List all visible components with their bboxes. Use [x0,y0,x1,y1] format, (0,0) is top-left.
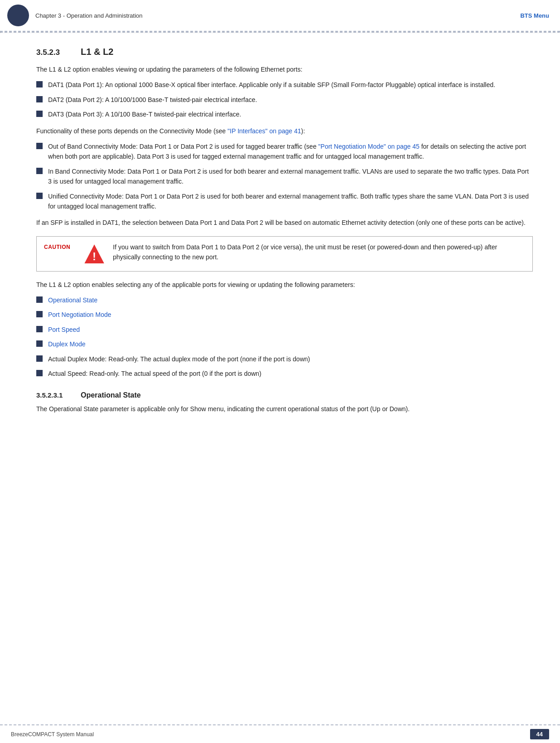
bullet-icon [36,370,43,376]
page-footer: BreezeCOMPACT System Manual 44 [0,724,560,743]
bullet-icon [36,355,43,362]
bullet-icon [36,326,43,332]
connectivity-list: Out of Band Connectivity Mode: Data Port… [36,141,533,211]
list-item: DAT2 (Data Port 2): A 10/100/1000 Base-T… [36,95,533,105]
header-left: Chapter 3 - Operation and Administration [7,5,142,26]
list-item: In Band Connectivity Mode: Data Port 1 o… [36,166,533,187]
bullet-icon [36,193,43,199]
connectivity-intro: Functionality of these ports depends on … [36,126,533,136]
caution-header: CAUTION ! If you want to switch from Dat… [37,237,532,271]
section-title: L1 & L2 [81,47,113,57]
param-port-negotiation-mode: Port Negotiation Mode [48,310,533,320]
param-actual-duplex: Actual Duplex Mode: Read-only. The actua… [48,354,533,364]
port-speed-link[interactable]: Port Speed [48,326,80,333]
param-actual-speed: Actual Speed: Read-only. The actual spee… [48,369,533,379]
duplex-mode-link[interactable]: Duplex Mode [48,340,86,348]
caution-box: CAUTION ! If you want to switch from Dat… [36,236,533,272]
section-intro: The L1 & L2 option enables viewing or up… [36,64,533,74]
port-negotiation-mode-link[interactable]: "Port Negotiation Mode" on page 45 [318,143,419,150]
subsection-title-1: Operational State [81,391,141,399]
subsection-heading-1: 3.5.2.3.1 Operational State [36,391,533,399]
bullet-icon [36,168,43,174]
list-item: DAT1 (Data Port 1): An optional 1000 Bas… [36,80,533,90]
port-negotiation-mode-param-link[interactable]: Port Negotiation Mode [48,311,111,318]
list-item: Operational State [36,295,533,305]
header-section-label: BTS Menu [520,12,549,19]
port-item-2: DAT2 (Data Port 2): A 10/100/1000 Base-T… [48,95,533,105]
list-item: Duplex Mode [36,339,533,349]
list-item: Unified Connectivity Mode: Data Port 1 o… [36,191,533,212]
port-item-3: DAT3 (Data Port 3): A 10/100 Base-T twis… [48,109,533,119]
caution-label: CAUTION [44,242,76,250]
connectivity-item-1: Out of Band Connectivity Mode: Data Port… [48,141,533,162]
chapter-circle [7,5,29,26]
list-item: Port Speed [36,325,533,335]
list-item: Actual Speed: Read-only. The actual spee… [36,369,533,379]
section-number: 3.5.2.3 [36,48,73,57]
caution-text: If you want to switch from Data Port 1 t… [113,242,525,262]
bullet-icon [36,311,43,317]
warning-triangle-icon: ! [83,243,106,266]
list-item: Port Negotiation Mode [36,310,533,320]
bullet-icon [36,296,43,303]
connectivity-item-2: In Band Connectivity Mode: Data Port 1 o… [48,166,533,187]
params-list: Operational State Port Negotiation Mode … [36,295,533,379]
bullet-icon [36,81,43,87]
connectivity-item-3: Unified Connectivity Mode: Data Port 1 o… [48,191,533,212]
ports-list: DAT1 (Data Port 1): An optional 1000 Bas… [36,80,533,119]
chapter-title: Chapter 3 - Operation and Administration [35,12,142,19]
bullet-icon [36,340,43,347]
footer-page-number: 44 [530,729,549,739]
params-intro: The L1 & L2 option enables selecting any… [36,280,533,290]
section-heading: 3.5.2.3 L1 & L2 [36,47,533,57]
list-item: Actual Duplex Mode: Read-only. The actua… [36,354,533,364]
port-item-1: DAT1 (Data Port 1): An optional 1000 Bas… [48,80,533,90]
param-duplex-mode: Duplex Mode [48,339,533,349]
subsection-1-text: The Operational State parameter is appli… [36,404,533,414]
caution-icon: ! [83,242,106,266]
subsection-number-1: 3.5.2.3.1 [36,391,73,399]
main-content: 3.5.2.3 L1 & L2 The L1 & L2 option enabl… [0,33,560,433]
param-port-speed: Port Speed [48,325,533,335]
svg-text:!: ! [93,251,96,262]
ip-interfaces-link[interactable]: "IP Interfaces" on page 41 [228,127,301,135]
page-header: Chapter 3 - Operation and Administration… [0,0,560,32]
list-item: Out of Band Connectivity Mode: Data Port… [36,141,533,162]
bullet-icon [36,143,43,149]
bullet-icon [36,111,43,117]
sfp-note: If an SFP is installed in DAT1, the sele… [36,218,533,228]
operational-state-link[interactable]: Operational State [48,296,97,304]
param-operational-state: Operational State [48,295,533,305]
footer-manual-name: BreezeCOMPACT System Manual [11,731,94,738]
list-item: DAT3 (Data Port 3): A 10/100 Base-T twis… [36,109,533,119]
bullet-icon [36,96,43,102]
